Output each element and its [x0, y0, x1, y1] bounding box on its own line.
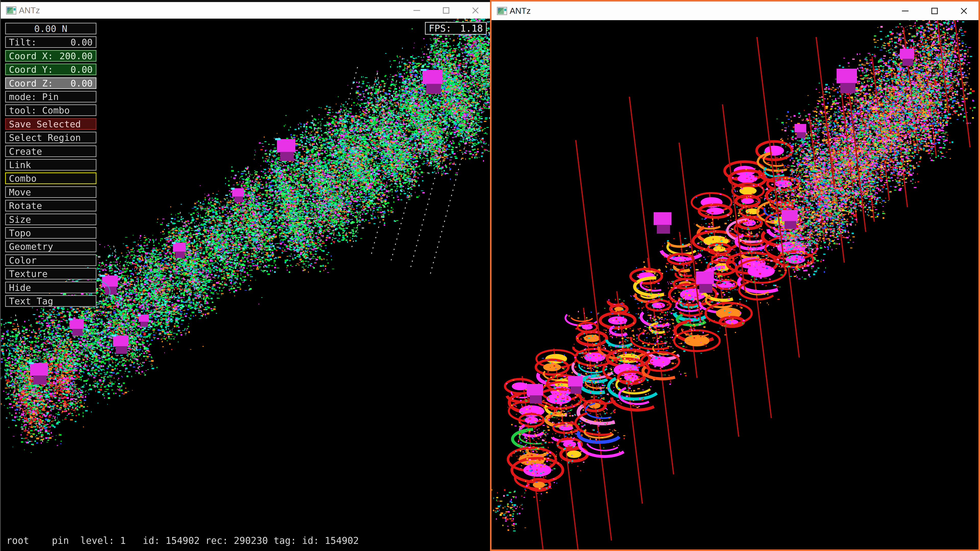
hud-item-value: 0.00 — [70, 37, 93, 48]
hud-item-label: Hide — [9, 283, 31, 293]
window-controls — [402, 2, 490, 19]
hud-item-move[interactable]: Move — [5, 186, 97, 198]
hud-item-label: Create — [9, 146, 42, 157]
right-titlebar[interactable]: ANTz — [492, 2, 978, 20]
antz-app-icon — [497, 6, 507, 16]
hud-item-label: Move — [9, 187, 31, 197]
antz-window-left: ANTz 0.00 NTilt:0.00Coord X:200.00Coord … — [0, 0, 490, 551]
maximize-button[interactable] — [431, 2, 461, 19]
window-title: ANTz — [510, 6, 531, 16]
hud-item-hide[interactable]: Hide — [5, 282, 97, 293]
hud-item-label: Select Region — [9, 132, 81, 143]
status-line: root pin level: 1 id: 154902 rec: 290230… — [6, 536, 359, 546]
hud-item-label: Size — [9, 214, 31, 225]
hud-item-label: Geometry — [9, 241, 53, 252]
hud-item-tilt[interactable]: Tilt:0.00 — [5, 36, 97, 48]
left-titlebar[interactable]: ANTz — [1, 0, 490, 19]
close-button[interactable] — [461, 2, 490, 19]
hud-item-color[interactable]: Color — [5, 254, 97, 266]
maximize-button[interactable] — [920, 2, 949, 20]
hud-item-label: Coord X: — [9, 51, 53, 61]
left-client-area: 0.00 NTilt:0.00Coord X:200.00Coord Y:0.0… — [1, 19, 490, 551]
hud-item-label: Coord Y: — [9, 64, 53, 75]
hud-item-coord-z[interactable]: Coord Z:0.00 — [5, 77, 97, 89]
status-lines: root pin level: 1 id: 154902 rec: 290230… — [6, 516, 359, 551]
fps-label: FPS: — [429, 23, 452, 34]
hud-item-coord-x[interactable]: Coord X:200.00 — [5, 50, 97, 62]
hud-item-topo[interactable]: Topo — [5, 227, 97, 239]
right-client-area — [492, 20, 978, 549]
hud-item-texture[interactable]: Texture — [5, 268, 97, 279]
hud-item-label: Save Selected — [9, 119, 81, 129]
hud-item-label: Texture — [9, 268, 48, 279]
hud-item-select-region[interactable]: Select Region — [5, 132, 97, 143]
antz-app-icon — [6, 5, 16, 16]
hud-item-heading[interactable]: 0.00 N — [5, 23, 97, 35]
hud-item-label: Rotate — [9, 200, 42, 211]
minimize-button[interactable] — [402, 2, 431, 19]
close-button[interactable] — [949, 2, 978, 20]
hud-item-label: Link — [9, 160, 31, 170]
fps-box: FPS: 1.18 — [425, 22, 487, 35]
maximize-icon — [443, 8, 449, 13]
hud-item-geometry[interactable]: Geometry — [5, 241, 97, 252]
hud-item-label: Coord Z: — [9, 78, 53, 89]
hud-item-mode[interactable]: mode: Pin — [5, 91, 97, 103]
hud-item-create[interactable]: Create — [5, 145, 97, 157]
fps-value: 1.18 — [460, 23, 483, 34]
hud-item-label: Combo — [9, 173, 37, 184]
hud-item-label: 0.00 N — [34, 24, 67, 34]
antz-window-right: ANTz — [490, 0, 980, 551]
hud-item-label: tool: Combo — [9, 105, 70, 116]
hud-item-label: Color — [9, 255, 37, 265]
hud-item-combo[interactable]: Combo — [5, 172, 97, 184]
hud-item-size[interactable]: Size — [5, 213, 97, 225]
hud-item-label: mode: Pin — [9, 92, 59, 102]
hud-item-value: 0.00 — [70, 78, 93, 89]
hud-item-link[interactable]: Link — [5, 159, 97, 171]
hud-item-tool[interactable]: tool: Combo — [5, 104, 97, 116]
maximize-icon — [932, 8, 937, 14]
hud-item-value: 200.00 — [59, 51, 93, 61]
minimize-button[interactable] — [891, 2, 920, 20]
hud-item-coord-y[interactable]: Coord Y:0.00 — [5, 64, 97, 75]
viewport-3d-right[interactable] — [492, 20, 978, 549]
hud-item-save-selected[interactable]: Save Selected — [5, 118, 97, 130]
window-controls — [891, 2, 978, 20]
hud-item-text-tag[interactable]: Text Tag — [5, 295, 97, 307]
window-title: ANTz — [19, 6, 40, 15]
hud-item-rotate[interactable]: Rotate — [5, 200, 97, 211]
hud-item-label: Text Tag — [9, 296, 53, 306]
hud-item-value: 0.00 — [70, 64, 93, 75]
hud-item-label: Topo — [9, 228, 31, 238]
hud-item-label: Tilt: — [9, 37, 37, 48]
